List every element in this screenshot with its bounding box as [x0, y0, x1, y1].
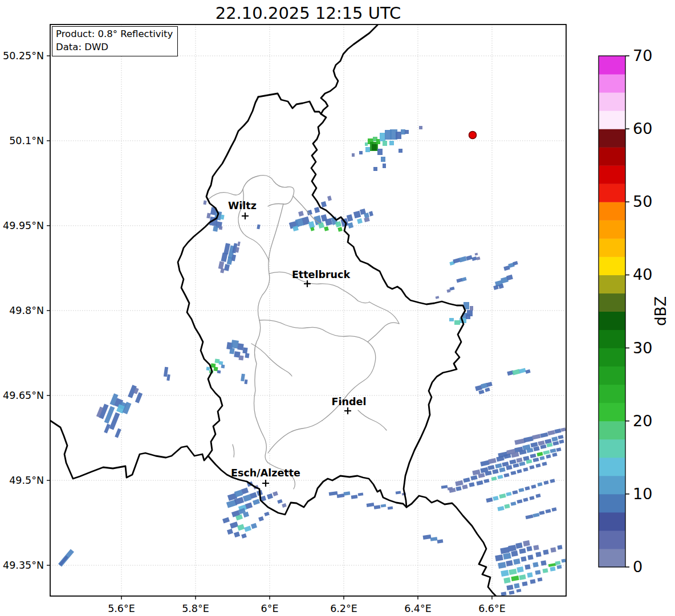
echo-cell: [531, 484, 536, 489]
echo-cluster: [329, 485, 453, 543]
echo-cell: [436, 296, 440, 299]
y-tick-label: 50.1°N: [9, 135, 44, 146]
echo-cell: [459, 256, 467, 263]
echo-cell: [511, 576, 519, 581]
echo-cell: [526, 515, 534, 520]
echo-cell: [234, 532, 240, 537]
echo-cell: [535, 493, 540, 498]
echo-cell: [550, 448, 556, 453]
echo-cell: [389, 141, 394, 145]
city-labels: WiltzEttelbruckFindelEsch/Alzette: [228, 200, 366, 487]
echo-cell: [470, 306, 473, 311]
echo-cell: [104, 423, 111, 433]
echo-cluster: [352, 126, 422, 171]
data-source-label: Data: DWD: [56, 41, 173, 54]
city-label: Wiltz: [228, 200, 257, 211]
echo-cell: [513, 558, 520, 565]
echo-cell: [517, 589, 522, 592]
city-label: Findel: [332, 396, 367, 407]
country-border-line: [178, 97, 258, 456]
product-label: Product: 0.8° Reflectivity: [56, 28, 173, 41]
echo-cell: [456, 486, 461, 491]
colorbar-segment: [599, 111, 625, 129]
echo-cell: [377, 149, 383, 155]
echo-cell: [237, 524, 245, 531]
echo-cell: [347, 214, 353, 222]
colorbar: 010203040506070dBZ: [599, 47, 669, 576]
echo-cell: [166, 374, 170, 381]
x-tick-label: 6°E: [261, 603, 279, 614]
echo-cell: [483, 479, 489, 483]
echo-cell: [540, 433, 548, 438]
echo-cell: [241, 533, 247, 539]
colorbar-tick-label: 50: [633, 193, 652, 210]
echo-cell: [524, 486, 530, 491]
echo-cluster: [222, 482, 287, 539]
radar-map-figure: 22.10.2025 12:15 UTC WiltzEttelbruckFind…: [0, 0, 675, 616]
echo-cell: [486, 382, 493, 387]
echo-cell: [501, 570, 509, 577]
echo-cell: [500, 547, 510, 554]
echo-cell: [495, 463, 502, 468]
colorbar-segment: [599, 293, 625, 312]
echo-cell: [557, 545, 562, 549]
echo-cell: [519, 574, 526, 580]
echo-cell: [475, 252, 478, 255]
echo-cell: [526, 546, 532, 551]
echo-cell: [476, 480, 483, 486]
colorbar-segment: [599, 439, 625, 458]
y-tick-label: 49.35°N: [3, 560, 44, 571]
colorbar-axis-label: dBZ: [652, 296, 669, 326]
echo-cell: [533, 446, 539, 451]
y-tick-label: 49.95°N: [3, 220, 44, 231]
echo-cell: [512, 490, 518, 495]
echo-cell: [348, 222, 353, 229]
radar-echoes: [58, 126, 566, 596]
echo-cell: [497, 475, 503, 479]
echo-cell: [221, 365, 225, 369]
echo-cell: [506, 492, 511, 496]
echo-cell: [506, 275, 513, 280]
echo-cell: [535, 570, 540, 574]
echo-cell: [492, 469, 498, 474]
echo-cell: [365, 142, 368, 146]
echo-cell: [485, 387, 490, 392]
colorbar-tick-label: 30: [633, 339, 652, 357]
colorbar-segment: [599, 531, 625, 549]
echo-cell: [308, 221, 315, 229]
echo-cell: [501, 591, 507, 595]
echo-cell: [532, 513, 539, 517]
district-border-line: [268, 421, 322, 453]
colorbar-segment: [599, 256, 625, 275]
echo-cell: [359, 151, 363, 154]
echo-cell: [543, 450, 550, 455]
echo-cell: [258, 516, 264, 521]
y-tick-label: 49.5°N: [9, 475, 44, 486]
echo-cell: [523, 540, 530, 546]
echo-cell: [367, 503, 375, 507]
echo-cell: [277, 499, 282, 504]
axis-ticks: 5.6°E5.8°E6°E6.2°E6.4°E6.6°E50.25°N50.1°…: [3, 50, 506, 614]
city-marker-icon: [344, 407, 351, 414]
echo-cell: [446, 289, 450, 292]
echo-cluster: [449, 427, 566, 519]
echo-cell: [527, 554, 533, 560]
echo-cell: [244, 380, 247, 385]
echo-cell: [399, 149, 402, 153]
echo-cell: [357, 218, 363, 224]
echo-cell: [314, 207, 320, 213]
echo-cell: [470, 475, 477, 480]
echo-cell: [487, 465, 494, 470]
echo-cell: [513, 261, 518, 266]
echo-cell: [206, 367, 210, 371]
colorbar-segment: [599, 238, 625, 257]
city-label: Esch/Alzette: [231, 467, 300, 479]
echo-cell: [388, 506, 393, 509]
district-border-line: [358, 410, 387, 430]
echo-cell: [380, 133, 385, 141]
echo-cell: [523, 467, 528, 472]
echo-cell: [241, 374, 245, 382]
echo-cell: [115, 428, 121, 438]
colorbar-segment: [599, 512, 625, 531]
echo-cell: [519, 548, 526, 554]
